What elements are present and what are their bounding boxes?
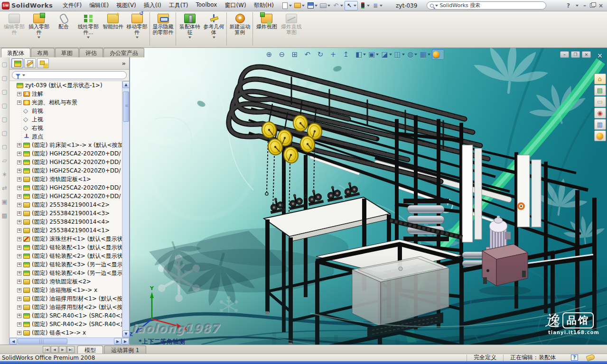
tree-item[interactable]: (固定) 2553842190014<3> — [9, 209, 122, 218]
tree-item[interactable]: 右视 — [9, 124, 122, 132]
expand-toggle[interactable] — [17, 160, 21, 164]
hud-button[interactable]: ▣ — [367, 49, 380, 60]
left-toolbar-icon[interactable]: ▢ — [1, 89, 7, 102]
dropdown-arrow-icon[interactable] — [315, 5, 318, 7]
quick-tool-button[interactable]: ≣ — [371, 1, 383, 10]
quick-tool-button[interactable] — [319, 1, 331, 10]
expand-toggle[interactable] — [17, 100, 21, 105]
dropdown-arrow-icon[interactable] — [354, 5, 356, 7]
command-button[interactable]: 插入零部件 — [27, 12, 51, 46]
command-button[interactable]: 智能扣件 — [101, 12, 125, 46]
hud-button[interactable]: ◍ — [406, 49, 419, 60]
motion-tab[interactable]: 运动算例 1 — [104, 346, 146, 354]
task-pane-button[interactable]: ⌂ — [594, 73, 606, 84]
dropdown-arrow-icon[interactable] — [363, 54, 366, 55]
doc-close-button[interactable]: × — [582, 51, 591, 58]
motion-tab[interactable]: 模型 — [77, 346, 103, 354]
hud-button[interactable]: + — [329, 49, 341, 60]
dropdown-arrow-icon[interactable] — [389, 54, 392, 55]
propertymanager-tab[interactable] — [24, 58, 36, 68]
hud-button[interactable]: ↻ — [316, 49, 328, 60]
expand-toggle[interactable] — [17, 143, 21, 147]
command-tab[interactable]: 装配体 — [1, 48, 30, 57]
left-toolbar-icon[interactable]: ▢ — [1, 116, 7, 130]
help-button[interactable]: ? — [567, 3, 570, 9]
expand-toggle[interactable] — [17, 254, 21, 258]
expand-toggle[interactable] — [17, 280, 21, 284]
tree-item[interactable]: (固定) 2553842190014<4> — [9, 218, 122, 226]
expand-toggle[interactable] — [17, 203, 21, 207]
dropdown-arrow-icon[interactable] — [380, 5, 383, 7]
hud-button[interactable]: ⊖ — [278, 49, 290, 60]
dropdown-arrow-icon[interactable] — [402, 54, 405, 55]
horizontal-scrollbar[interactable]: ◀ ▶ ▶ — [9, 337, 129, 345]
next-study-button[interactable]: ▶ — [59, 346, 66, 353]
command-button[interactable]: 配合 — [51, 12, 76, 46]
left-toolbar-icon[interactable]: ▱ — [2, 157, 7, 171]
doc-minimize-button[interactable]: – — [560, 51, 569, 58]
quick-tool-button[interactable] — [306, 1, 318, 10]
tree-item[interactable]: (固定) 2553842190014<1> — [9, 226, 122, 235]
task-pane-button[interactable]: ◉ — [594, 108, 606, 118]
tree-item[interactable]: zyt-039 (默认<显示状态-1>) — [9, 81, 122, 90]
hud-button[interactable]: ⊞ — [290, 49, 303, 60]
command-tab[interactable]: 草图 — [55, 48, 79, 57]
left-toolbar-icon[interactable]: ▩ — [1, 212, 7, 226]
menu-item[interactable]: 窗口(W) — [221, 0, 250, 11]
left-toolbar-icon[interactable]: ⇄ — [2, 185, 7, 199]
tree-item[interactable]: (固定) HGH25CA2-2020Z0+DD/ E2<6 — [9, 192, 122, 200]
expand-toggle[interactable] — [17, 186, 21, 190]
expand-toggle[interactable] — [17, 322, 21, 327]
hud-button[interactable]: ⊕ — [265, 49, 277, 60]
dropdown-arrow-icon[interactable] — [428, 54, 430, 55]
configurationmanager-tab[interactable] — [37, 58, 49, 68]
command-tab[interactable]: 评估 — [79, 48, 103, 57]
tree-item[interactable]: 上视 — [9, 115, 122, 124]
task-pane-button[interactable]: ▥ — [594, 119, 606, 130]
command-tab[interactable]: 办公室产品 — [103, 48, 144, 57]
quick-tool-button[interactable]: ↶ — [332, 1, 344, 10]
tree-item[interactable]: (固定) 链条<1>-> x — [9, 328, 122, 337]
doc-restore-button[interactable]: ❐ — [571, 51, 580, 58]
quick-tool-button[interactable] — [293, 1, 306, 10]
tag-icon[interactable] — [586, 354, 596, 362]
dropdown-arrow-icon[interactable] — [367, 5, 370, 7]
scroll-left-button[interactable]: ◀ — [9, 338, 17, 345]
quick-tool-button[interactable]: ↖ — [345, 1, 358, 10]
expand-toggle[interactable] — [17, 246, 21, 250]
dropdown-arrow-icon[interactable] — [188, 36, 191, 38]
task-pane-button[interactable] — [594, 130, 606, 141]
quick-tool-button[interactable] — [280, 1, 293, 10]
menu-item[interactable]: 文件(F) — [59, 0, 85, 11]
command-button[interactable]: 爆炸直线草图 — [279, 12, 304, 46]
task-pane-button[interactable]: ▤ — [594, 85, 606, 96]
graphics-viewport[interactable]: Y X Z ⊕ ⊖ ⊞ ↶ — [130, 48, 607, 345]
quick-tips-icon[interactable]: ? — [571, 355, 578, 361]
search-input[interactable]: SolidWorks 搜索 — [427, 1, 546, 9]
help-dropdown-icon[interactable] — [576, 5, 579, 7]
command-button[interactable]: 线性零部件... — [76, 12, 101, 46]
hud-button[interactable]: ◪ — [380, 49, 392, 60]
tree-item[interactable]: (固定) HGH25CA2-2020Z0+DD/ E2<4 — [9, 166, 122, 175]
menu-item[interactable]: Toolbox — [192, 0, 221, 11]
expand-toggle[interactable] — [17, 288, 21, 292]
tree-item[interactable]: (固定) 前床架<1>-> x (默认<按加 — [9, 141, 122, 149]
tree-item[interactable]: (固定) 链轮装配<1> (默认<显示状 — [9, 243, 122, 252]
dropdown-arrow-icon[interactable] — [302, 5, 305, 7]
expand-toggle[interactable] — [17, 237, 21, 241]
menu-item[interactable]: 工具(T) — [165, 0, 192, 11]
tree-item[interactable]: (固定) 油箱撑用型材<1> (默认<按 — [9, 294, 122, 303]
hud-button[interactable]: ↥ — [342, 49, 354, 60]
tree-item[interactable]: (固定) HGH25CA2-2020Z0+DD/ E2<5 — [9, 183, 122, 192]
panel-expand-chevron[interactable]: » — [122, 60, 127, 67]
tree-item[interactable]: 前视 — [9, 107, 122, 115]
tree-item[interactable]: (固定) 链轮装配<4> (另一边<显示 — [9, 269, 122, 277]
task-pane-close-icon[interactable]: × — [597, 52, 603, 59]
command-button[interactable]: 移动零部件 — [125, 12, 150, 46]
expand-toggle[interactable] — [17, 305, 21, 309]
tree-item[interactable]: (固定) 油箱撑用型材<2> (默认<按 — [9, 303, 122, 311]
tree-item[interactable]: (固定) 油箱拖板<1>-> x — [9, 286, 122, 294]
expand-toggle[interactable] — [17, 297, 21, 301]
expand-toggle[interactable] — [17, 194, 21, 199]
tree-item[interactable]: (固定) 滑轨固定板<1> — [9, 175, 122, 183]
